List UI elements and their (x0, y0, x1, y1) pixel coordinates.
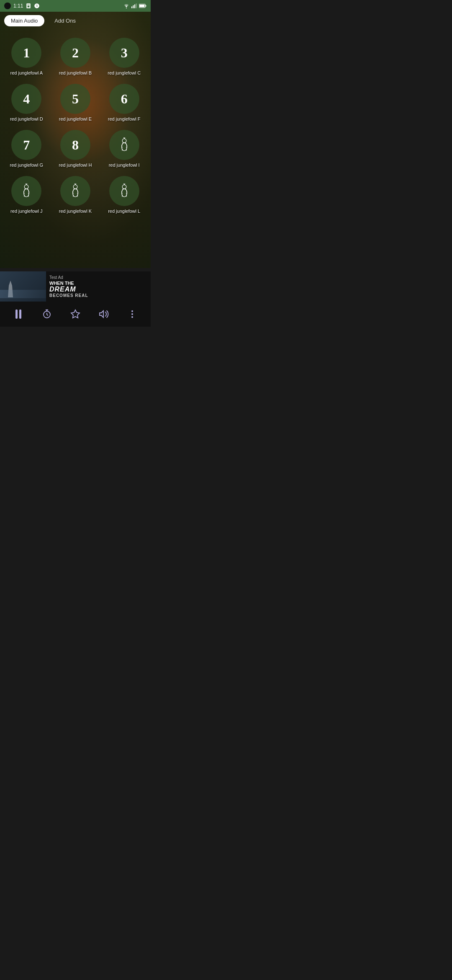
sound-circle-6: 6 (109, 84, 139, 114)
sound-circle-9 (109, 130, 139, 160)
svg-point-23 (131, 310, 133, 312)
sound-circle-8: 8 (60, 130, 90, 160)
sound-item-3[interactable]: 3red junglefowl C (102, 38, 146, 75)
sound-circle-1: 1 (11, 38, 41, 68)
svg-rect-1 (28, 5, 28, 5)
svg-point-6 (126, 8, 127, 8)
svg-point-21 (122, 185, 126, 189)
svg-point-17 (25, 185, 29, 189)
sound-item-8[interactable]: 8red junglefowl H (53, 130, 98, 168)
sound-label-3: red junglefowl C (108, 70, 141, 75)
svg-rect-10 (136, 3, 137, 8)
sound-item-9[interactable]: red junglefowl I (102, 130, 146, 168)
sound-label-11: red junglefowl K (59, 209, 92, 214)
status-icons (123, 3, 146, 8)
svg-point-15 (122, 139, 126, 143)
sound-number-6: 6 (121, 92, 128, 106)
more-button[interactable] (123, 305, 141, 323)
sound-label-1: red junglefowl A (10, 70, 43, 75)
signal-icon (131, 3, 137, 8)
sound-label-6: red junglefowl F (108, 116, 141, 121)
tab-bar: Main Audio Add Ons (0, 12, 151, 30)
svg-point-25 (131, 316, 133, 318)
ad-thumbnail (0, 271, 46, 302)
volume-button[interactable] (95, 305, 113, 323)
bird-icon-9 (117, 137, 132, 152)
sound-label-8: red junglefowl H (59, 162, 92, 168)
sound-item-11[interactable]: red junglefowl K (53, 176, 98, 214)
sound-grid: 1red junglefowl A2red junglefowl B3red j… (0, 34, 151, 218)
bird-icon-10 (19, 183, 34, 199)
status-left: 1:11 S (4, 3, 40, 9)
volume-icon (98, 309, 109, 319)
sound-circle-11 (60, 176, 90, 206)
timer-button[interactable] (38, 305, 56, 323)
sound-item-4[interactable]: 4red junglefowl D (4, 84, 49, 121)
timer-icon (42, 309, 52, 319)
pause-icon (15, 309, 21, 319)
svg-text:S: S (36, 4, 38, 7)
sound-circle-12 (109, 176, 139, 206)
svg-rect-8 (133, 5, 134, 8)
ad-label: Test Ad (49, 275, 147, 280)
svg-rect-3 (28, 5, 30, 7)
svg-point-19 (73, 185, 77, 189)
sound-circle-5: 5 (60, 84, 90, 114)
ad-banner[interactable]: Test Ad WHEN THE DREAM BECOMES REAL (0, 271, 151, 302)
sound-item-1[interactable]: 1red junglefowl A (4, 38, 49, 75)
sound-label-2: red junglefowl B (59, 70, 92, 75)
status-time: 1:11 (13, 3, 23, 9)
svg-rect-7 (131, 6, 132, 8)
sound-circle-10 (11, 176, 41, 206)
sound-item-2[interactable]: 2red junglefowl B (53, 38, 98, 75)
sound-number-4: 4 (23, 92, 30, 106)
sound-number-5: 5 (72, 92, 79, 106)
bird-icon-11 (68, 183, 83, 199)
sound-label-7: red junglefowl G (10, 162, 44, 168)
star-icon (70, 309, 80, 319)
sound-label-5: red junglefowl E (59, 116, 92, 121)
svg-rect-9 (134, 5, 135, 8)
sound-label-12: red junglefowl L (108, 209, 140, 214)
svg-rect-13 (139, 5, 144, 7)
sound-circle-7: 7 (11, 130, 41, 160)
bottom-controls (0, 302, 151, 327)
tab-add-ons[interactable]: Add Ons (48, 15, 82, 26)
battery-icon (139, 3, 146, 8)
sound-label-10: red junglefowl J (10, 209, 42, 214)
sound-item-12[interactable]: red junglefowl L (102, 176, 146, 214)
svg-point-24 (131, 313, 133, 315)
favorite-button[interactable] (66, 305, 85, 323)
sound-number-7: 7 (23, 138, 30, 152)
sound-number-1: 1 (23, 46, 30, 59)
sound-item-5[interactable]: 5red junglefowl E (53, 84, 98, 121)
sound-circle-2: 2 (60, 38, 90, 68)
sound-number-2: 2 (72, 46, 79, 59)
status-circle (4, 3, 11, 9)
sound-circle-4: 4 (11, 84, 41, 114)
sound-item-7[interactable]: 7red junglefowl G (4, 130, 49, 168)
sound-number-8: 8 (72, 138, 79, 152)
status-bar: 1:11 S (0, 0, 151, 12)
sound-item-10[interactable]: red junglefowl J (4, 176, 49, 214)
ad-title: DREAM (49, 286, 147, 293)
pause-button[interactable] (9, 305, 28, 323)
ad-subtitle: BECOMES REAL (49, 293, 147, 298)
sim-icon (26, 3, 31, 9)
ad-content: Test Ad WHEN THE DREAM BECOMES REAL (46, 273, 151, 300)
svg-rect-2 (29, 5, 30, 5)
notification-icon: S (34, 3, 40, 9)
more-icon (127, 309, 137, 319)
ad-prefix: WHEN THE (49, 281, 147, 286)
bird-icon-12 (117, 183, 132, 199)
sound-label-9: red junglefowl I (109, 162, 140, 168)
sound-number-3: 3 (121, 46, 128, 59)
tab-main-audio[interactable]: Main Audio (4, 15, 44, 26)
sound-circle-3: 3 (109, 38, 139, 68)
wifi-icon (123, 3, 130, 8)
sound-item-6[interactable]: 6red junglefowl F (102, 84, 146, 121)
sound-label-4: red junglefowl D (10, 116, 43, 121)
svg-rect-12 (145, 5, 146, 7)
